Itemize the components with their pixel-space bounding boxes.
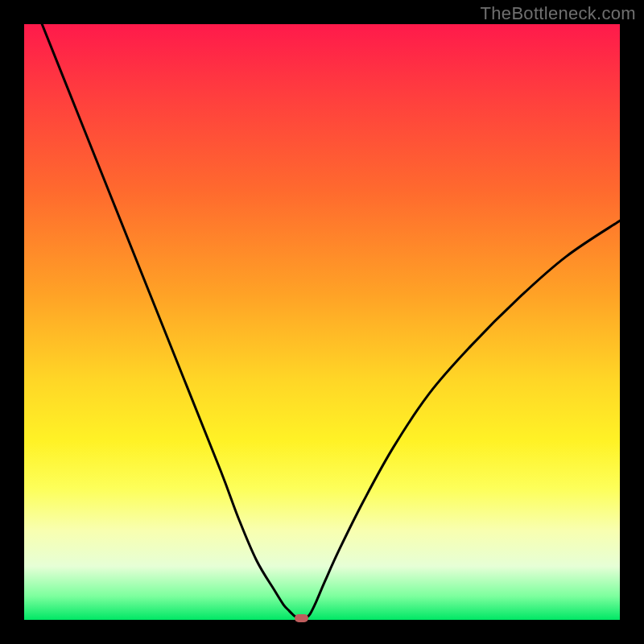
curve-layer xyxy=(24,24,620,620)
chart-frame: TheBottleneck.com xyxy=(0,0,644,644)
plot-area xyxy=(24,24,620,620)
curve-right xyxy=(306,221,620,618)
min-marker xyxy=(295,614,308,622)
curve-left xyxy=(42,24,297,618)
watermark-text: TheBottleneck.com xyxy=(481,3,636,24)
